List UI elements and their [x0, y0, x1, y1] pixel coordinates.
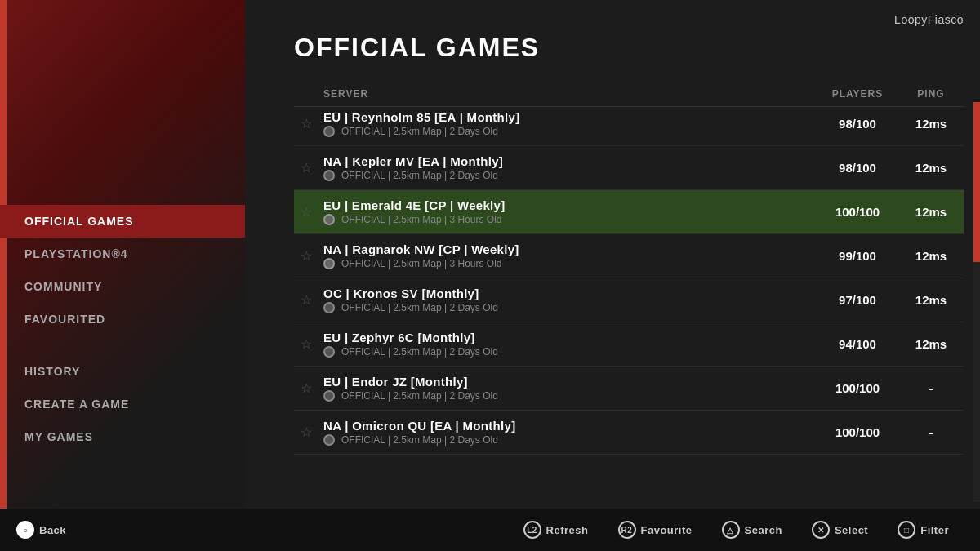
server-info-8: NA | Omicron QU [EA | Monthly] OFFICIAL … — [318, 419, 817, 446]
server-type-icon-3 — [323, 214, 335, 225]
server-info-1: EU | Reynholm 85 [EA | Monthly] OFFICIAL… — [318, 110, 817, 137]
ping-value-8: - — [898, 425, 964, 439]
col-header-server: SERVER — [294, 88, 817, 100]
players-count-7: 100/100 — [817, 381, 898, 395]
server-details-5: OFFICIAL | 2.5km Map | 2 Days Old — [323, 302, 817, 313]
server-list[interactable]: ☆ EU | Reynholm 85 [EA | Monthly] OFFICI… — [294, 102, 964, 502]
server-row[interactable]: ☆ EU | Zephyr 6C [Monthly] OFFICIAL | 2.… — [294, 322, 964, 367]
sidebar: OFFICIAL GAMESPLAYSTATION®4COMMUNITYFAVO… — [0, 0, 245, 551]
back-action[interactable]: ○ Back — [16, 521, 81, 539]
star-icon-7[interactable]: ☆ — [294, 380, 318, 396]
star-icon-1[interactable]: ☆ — [294, 116, 318, 131]
select-btn-icon: ✕ — [812, 521, 830, 539]
players-count-6: 94/100 — [817, 337, 898, 351]
server-info-6: EU | Zephyr 6C [Monthly] OFFICIAL | 2.5k… — [318, 331, 817, 358]
refresh-label: Refresh — [546, 524, 589, 536]
search-action[interactable]: △ Search — [707, 521, 797, 539]
players-count-2: 98/100 — [817, 161, 898, 175]
ping-value-7: - — [898, 381, 964, 395]
server-name-4: NA | Ragnarok NW [CP | Weekly] — [323, 242, 817, 256]
ping-value-4: 12ms — [898, 249, 964, 263]
server-name-7: EU | Endor JZ [Monthly] — [323, 375, 817, 389]
select-label: Select — [835, 524, 868, 536]
favourite-action[interactable]: R2 Favourite — [604, 521, 707, 539]
sidebar-item-my-games[interactable]: MY GAMES — [0, 420, 245, 453]
server-name-5: OC | Kronos SV [Monthly] — [323, 287, 817, 300]
sidebar-item-history[interactable]: HISTORY — [0, 355, 245, 388]
bottom-bar: ○ Back L2 Refresh R2 Favourite △ Search … — [0, 509, 980, 551]
filter-btn-icon: □ — [898, 521, 915, 539]
star-icon-2[interactable]: ☆ — [294, 160, 318, 176]
server-details-7: OFFICIAL | 2.5km Map | 2 Days Old — [323, 390, 817, 402]
star-icon-8[interactable]: ☆ — [294, 424, 318, 440]
server-name-8: NA | Omicron QU [EA | Monthly] — [323, 419, 817, 433]
star-icon-6[interactable]: ☆ — [294, 336, 318, 352]
star-icon-4[interactable]: ☆ — [294, 248, 318, 264]
ping-value-3: 12ms — [898, 205, 964, 219]
server-details-8: OFFICIAL | 2.5km Map | 2 Days Old — [323, 434, 817, 446]
server-type-icon-6 — [323, 346, 335, 358]
server-name-1: EU | Reynholm 85 [EA | Monthly] — [323, 110, 817, 124]
sidebar-item-community[interactable]: COMMUNITY — [0, 270, 245, 303]
server-info-3: EU | Emerald 4E [CP | Weekly] OFFICIAL |… — [318, 198, 817, 225]
server-row[interactable]: ☆ EU | Emerald 4E [CP | Weekly] OFFICIAL… — [294, 190, 964, 234]
main-content: LoopyFiasco OFFICIAL GAMES SERVER PLAYER… — [245, 0, 980, 551]
username-display: LoopyFiasco — [894, 13, 964, 26]
back-icon: ○ — [16, 521, 34, 539]
search-label: Search — [745, 524, 782, 536]
sidebar-item-create-a-game[interactable]: CREATE A GAME — [0, 388, 245, 420]
select-action[interactable]: ✕ Select — [797, 521, 883, 539]
server-details-1: OFFICIAL | 2.5km Map | 2 Days Old — [323, 126, 817, 137]
col-header-players: PLAYERS — [817, 88, 898, 100]
ping-value-2: 12ms — [898, 161, 964, 175]
back-label: Back — [39, 524, 66, 536]
star-icon-5[interactable]: ☆ — [294, 292, 318, 308]
scrollbar — [973, 102, 980, 502]
server-type-icon-5 — [323, 302, 335, 313]
server-details-2: OFFICIAL | 2.5km Map | 2 Days Old — [323, 170, 817, 181]
server-name-2: NA | Kepler MV [EA | Monthly] — [323, 154, 817, 168]
server-type-icon-4 — [323, 258, 335, 269]
filter-action[interactable]: □ Filter — [883, 521, 964, 539]
sidebar-item-favourited[interactable]: FAVOURITED — [0, 303, 245, 335]
server-info-7: EU | Endor JZ [Monthly] OFFICIAL | 2.5km… — [318, 375, 817, 402]
server-details-3: OFFICIAL | 2.5km Map | 3 Hours Old — [323, 214, 817, 225]
sidebar-item-official-games[interactable]: OFFICIAL GAMES — [0, 205, 245, 238]
server-row[interactable]: ☆ NA | Ragnarok NW [CP | Weekly] OFFICIA… — [294, 234, 964, 278]
players-count-4: 99/100 — [817, 249, 898, 263]
players-count-3: 100/100 — [817, 205, 898, 219]
favourite-label: Favourite — [641, 524, 693, 536]
server-type-icon-7 — [323, 390, 335, 402]
sidebar-item-playstation4[interactable]: PLAYSTATION®4 — [0, 238, 245, 270]
server-details-6: OFFICIAL | 2.5km Map | 2 Days Old — [323, 346, 817, 358]
search-btn-icon: △ — [722, 521, 740, 539]
server-info-5: OC | Kronos SV [Monthly] OFFICIAL | 2.5k… — [318, 287, 817, 313]
server-type-icon-2 — [323, 170, 335, 181]
players-count-5: 97/100 — [817, 293, 898, 307]
server-details-4: OFFICIAL | 2.5km Map | 3 Hours Old — [323, 258, 817, 269]
server-row[interactable]: ☆ EU | Endor JZ [Monthly] OFFICIAL | 2.5… — [294, 367, 964, 411]
server-row[interactable]: ☆ OC | Kronos SV [Monthly] OFFICIAL | 2.… — [294, 278, 964, 322]
players-count-1: 98/100 — [817, 117, 898, 131]
server-info-4: NA | Ragnarok NW [CP | Weekly] OFFICIAL … — [318, 242, 817, 269]
server-row[interactable]: ☆ NA | Kepler MV [EA | Monthly] OFFICIAL… — [294, 146, 964, 190]
col-header-ping: PING — [898, 88, 964, 100]
server-row[interactable]: ☆ EU | Reynholm 85 [EA | Monthly] OFFICI… — [294, 102, 964, 146]
ping-value-6: 12ms — [898, 337, 964, 351]
server-row[interactable]: ☆ NA | Omicron QU [EA | Monthly] OFFICIA… — [294, 411, 964, 455]
filter-label: Filter — [920, 524, 949, 536]
favourite-btn-icon: R2 — [618, 521, 636, 539]
scrollbar-thumb — [973, 102, 980, 262]
sidebar-navigation: OFFICIAL GAMESPLAYSTATION®4COMMUNITYFAVO… — [0, 205, 245, 453]
server-name-3: EU | Emerald 4E [CP | Weekly] — [323, 198, 817, 212]
server-type-icon-1 — [323, 126, 335, 137]
star-icon-3[interactable]: ☆ — [294, 204, 318, 220]
refresh-btn-icon: L2 — [523, 521, 541, 539]
refresh-action[interactable]: L2 Refresh — [509, 521, 604, 539]
page-title: OFFICIAL GAMES — [294, 33, 540, 63]
players-count-8: 100/100 — [817, 425, 898, 439]
ping-value-1: 12ms — [898, 117, 964, 131]
server-name-6: EU | Zephyr 6C [Monthly] — [323, 331, 817, 344]
ping-value-5: 12ms — [898, 293, 964, 307]
server-type-icon-8 — [323, 434, 335, 446]
